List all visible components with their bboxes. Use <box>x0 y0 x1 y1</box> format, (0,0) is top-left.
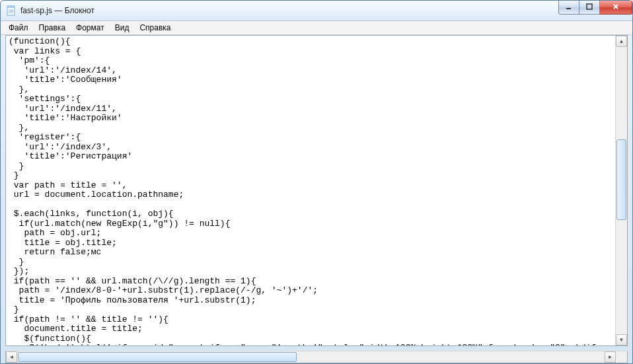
title-bar[interactable]: fast-sp.js — Блокнот <box>1 1 632 21</box>
scroll-down-button[interactable]: ▼ <box>616 334 627 346</box>
svg-rect-1 <box>7 6 15 8</box>
vertical-scroll-track[interactable] <box>616 47 627 334</box>
scroll-up-button[interactable]: ▲ <box>616 36 627 47</box>
chevron-down-icon: ▼ <box>619 338 624 343</box>
window-buttons <box>558 1 632 20</box>
chevron-up-icon: ▲ <box>619 39 624 44</box>
minimize-icon <box>565 3 573 12</box>
chevron-left-icon: ◄ <box>9 355 15 360</box>
menu-format[interactable]: Формат <box>71 22 110 34</box>
menu-bar: Файл Правка Формат Вид Справка <box>1 21 632 35</box>
maximize-button[interactable] <box>579 1 600 15</box>
notepad-icon <box>6 5 17 16</box>
scroll-left-button[interactable]: ◄ <box>6 351 17 363</box>
text-area[interactable]: (function(){ var links = { 'pm':{ 'url':… <box>6 36 615 346</box>
client-area: (function(){ var links = { 'pm':{ 'url':… <box>5 35 628 346</box>
horizontal-scroll-thumb[interactable] <box>18 352 297 362</box>
menu-file[interactable]: Файл <box>3 22 34 34</box>
editor-content[interactable]: (function(){ var links = { 'pm':{ 'url':… <box>6 36 615 346</box>
vertical-scroll-thumb[interactable] <box>616 139 626 220</box>
horizontal-scroll-track[interactable] <box>17 351 605 363</box>
close-button[interactable] <box>600 1 632 15</box>
svg-rect-5 <box>587 4 592 9</box>
scroll-right-button[interactable]: ► <box>605 351 616 363</box>
scrollbar-corner <box>616 351 627 363</box>
menu-edit[interactable]: Правка <box>34 22 71 34</box>
menu-help[interactable]: Справка <box>134 22 176 34</box>
close-icon <box>612 3 620 12</box>
menu-view[interactable]: Вид <box>110 22 135 34</box>
vertical-scrollbar[interactable]: ▲ ▼ <box>615 36 627 346</box>
client-container: (function(){ var links = { 'pm':{ 'url':… <box>1 35 632 363</box>
horizontal-scrollbar[interactable]: ◄ ► <box>5 351 628 363</box>
chevron-right-icon: ► <box>608 355 613 360</box>
notepad-window: fast-sp.js — Блокнот Файл Правка Формат <box>0 0 633 364</box>
maximize-icon <box>585 3 593 12</box>
minimize-button[interactable] <box>558 1 579 15</box>
window-title: fast-sp.js — Блокнот <box>20 6 558 15</box>
